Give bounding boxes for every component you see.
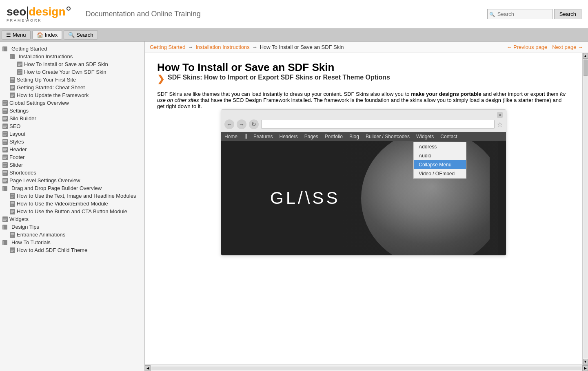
sidebar-label-how-to-use-text-image[interactable]: How to Use the Text, Image and Headline … — [17, 193, 136, 199]
sidebar-label-how-to-update-framework[interactable]: How to Update the Framework — [17, 92, 89, 98]
sidebar-item-installation-instructions[interactable]: Installation Instructions — [0, 53, 144, 60]
sidebar-label-layout[interactable]: Layout — [9, 131, 25, 137]
scroll-right-button[interactable]: ▶ — [582, 365, 588, 371]
search-input[interactable] — [487, 9, 552, 19]
sidebar: Getting StartedInstallation Instructions… — [0, 42, 145, 371]
prev-page-link[interactable]: ← Previous page — [506, 44, 547, 50]
browser-menu-features[interactable]: ▐ — [244, 134, 247, 139]
sidebar-item-drag-drop-overview[interactable]: Drag and Drop Page Builder Overview — [0, 184, 144, 192]
sidebar-label-drag-drop-overview[interactable]: Drag and Drop Page Builder Overview — [11, 185, 102, 191]
sidebar-label-installation-instructions[interactable]: Installation Instructions — [19, 53, 73, 60]
browser-star-icon[interactable]: ☆ — [497, 121, 503, 128]
sidebar-label-how-to-create-sdf-skin[interactable]: How to Create Your Own SDF Skin — [24, 69, 107, 75]
sidebar-item-how-to-use-video[interactable]: How to Use the Video/oEmbed Module — [0, 200, 144, 208]
next-page-link[interactable]: Next page → — [552, 44, 583, 50]
dropdown-audio[interactable]: Audio — [414, 151, 466, 160]
sidebar-item-shortcodes[interactable]: Shortcodes — [0, 169, 144, 177]
breadcrumb-installation[interactable]: Installation Instructions — [195, 44, 249, 50]
browser-url-bar[interactable] — [261, 120, 495, 129]
browser-menu-headers[interactable]: Headers — [279, 134, 297, 139]
sidebar-item-page-level-settings[interactable]: Page Level Settings Overview — [0, 177, 144, 184]
sidebar-item-global-settings-overview[interactable]: Global Settings Overview — [0, 99, 144, 107]
svg-rect-61 — [3, 166, 6, 167]
sidebar-label-how-to-install-sdf-skin[interactable]: How To Install or Save an SDF Skin — [24, 61, 108, 67]
search-toolbar-button[interactable]: 🔍 Search — [64, 30, 98, 40]
sidebar-label-how-to-tutorials[interactable]: How To Tutorials — [11, 239, 51, 245]
sidebar-item-layout[interactable]: Layout — [0, 130, 144, 138]
sidebar-label-global-settings-overview[interactable]: Global Settings Overview — [9, 100, 69, 106]
sidebar-item-settings[interactable]: Settings — [0, 107, 144, 115]
browser-menu-widgets[interactable]: Widgets Address Audio Collapse Menu Vide… — [416, 134, 434, 139]
dropdown-address[interactable]: Address — [414, 142, 466, 151]
svg-rect-51 — [3, 148, 7, 149]
scroll-left-button[interactable]: ◀ — [145, 365, 151, 371]
sidebar-item-how-to-update-framework[interactable]: How to Update the Framework — [0, 91, 144, 99]
sidebar-label-entrance-animations[interactable]: Entrance Animations — [17, 232, 65, 238]
browser-menu-builder[interactable]: Builder / Shortcodes — [366, 134, 410, 139]
sidebar-label-seo[interactable]: SEO — [9, 123, 20, 129]
search-button[interactable]: Search — [554, 9, 581, 19]
svg-rect-44 — [3, 134, 7, 135]
scroll-thumb[interactable] — [584, 60, 588, 76]
sidebar-label-getting-started-cheat-sheet[interactable]: Getting Started: Cheat Sheet — [17, 84, 85, 91]
sidebar-label-shortcodes[interactable]: Shortcodes — [9, 170, 36, 176]
sidebar-label-slider[interactable]: Slider — [9, 162, 23, 168]
sidebar-item-styles[interactable]: Styles — [0, 138, 144, 146]
sidebar-item-how-to-create-sdf-skin[interactable]: How to Create Your Own SDF Skin — [0, 68, 144, 76]
sidebar-item-how-to-use-text-image[interactable]: How to Use the Text, Image and Headline … — [0, 192, 144, 200]
index-button[interactable]: 🏠 Index — [32, 30, 62, 40]
sidebar-item-getting-started-cheat-sheet[interactable]: Getting Started: Cheat Sheet — [0, 84, 144, 91]
sidebar-label-header[interactable]: Header — [9, 146, 27, 152]
browser-menu-home[interactable]: Home — [224, 134, 237, 139]
breadcrumb-current: How To Install or Save an SDF Skin — [260, 44, 344, 50]
sidebar-label-setting-up-first-site[interactable]: Setting Up Your First Site — [17, 77, 76, 83]
sidebar-item-how-to-install-sdf-skin[interactable]: How To Install or Save an SDF Skin — [0, 60, 144, 68]
browser-menu-portfolio[interactable]: Portfolio — [325, 134, 343, 139]
breadcrumb-sep-2: → — [252, 44, 257, 50]
scroll-up-button[interactable]: ▲ — [583, 53, 588, 59]
sidebar-item-how-to-add-child-theme[interactable]: How to Add SDF Child Theme — [0, 246, 144, 254]
browser-menu-blog[interactable]: Blog — [349, 134, 359, 139]
browser-forward-button[interactable]: → — [237, 119, 246, 129]
sidebar-label-styles[interactable]: Styles — [9, 139, 24, 145]
browser-refresh-button[interactable]: ↻ — [249, 119, 259, 129]
sidebar-item-seo[interactable]: SEO — [0, 122, 144, 130]
sidebar-label-page-level-settings[interactable]: Page Level Settings Overview — [9, 177, 80, 183]
sidebar-label-getting-started[interactable]: Getting Started — [11, 46, 47, 52]
sidebar-label-settings[interactable]: Settings — [9, 108, 29, 114]
horizontal-scrollbar[interactable]: ◀ ▶ — [145, 364, 588, 371]
sidebar-item-setting-up-first-site[interactable]: Setting Up Your First Site — [0, 76, 144, 84]
dropdown-collapse-menu[interactable]: Collapse Menu — [414, 160, 466, 169]
browser-menu-pages[interactable]: Pages — [304, 134, 318, 139]
sidebar-item-header[interactable]: Header — [0, 146, 144, 153]
sidebar-label-footer[interactable]: Footer — [9, 154, 25, 160]
sidebar-label-silo-builder[interactable]: Silo Builder — [9, 115, 36, 121]
sidebar-label-how-to-add-child-theme[interactable]: How to Add SDF Child Theme — [17, 247, 87, 253]
svg-rect-74 — [11, 194, 14, 195]
sidebar-label-design-tips[interactable]: Design Tips — [11, 224, 39, 230]
dropdown-video[interactable]: Video / OEmbed — [414, 169, 466, 178]
sidebar-item-slider[interactable]: Slider — [0, 161, 144, 169]
sidebar-item-entrance-animations[interactable]: Entrance Animations — [0, 231, 144, 238]
page-icon-how-to-use-text-image — [10, 193, 15, 199]
sidebar-label-widgets[interactable]: Widgets — [9, 216, 29, 222]
browser-menu-features-label[interactable]: Features — [253, 134, 273, 139]
browser-menu-contact[interactable]: Contact — [440, 134, 457, 139]
vertical-scrollbar[interactable]: ▲ ▼ — [582, 53, 588, 364]
browser-close-button[interactable]: ✕ — [497, 112, 503, 118]
content-scroll[interactable]: How To Install or Save an SDF Skin ❯ SDF… — [145, 53, 582, 364]
sidebar-item-silo-builder[interactable]: Silo Builder — [0, 115, 144, 122]
sidebar-item-design-tips[interactable]: Design Tips — [0, 223, 144, 231]
sidebar-label-how-to-use-button[interactable]: How to Use the Button and CTA Button Mod… — [17, 208, 127, 214]
sidebar-label-how-to-use-video[interactable]: How to Use the Video/oEmbed Module — [17, 201, 108, 207]
breadcrumb-getting-started[interactable]: Getting Started — [150, 44, 185, 50]
sidebar-item-footer[interactable]: Footer — [0, 153, 144, 161]
scroll-down-button[interactable]: ▼ — [583, 359, 588, 364]
sidebar-item-how-to-tutorials[interactable]: How To Tutorials — [0, 238, 144, 246]
browser-back-button[interactable]: ← — [224, 119, 234, 129]
menu-button[interactable]: ☰ Menu — [2, 30, 31, 40]
sidebar-item-widgets[interactable]: Widgets — [0, 215, 144, 223]
sidebar-item-how-to-use-button[interactable]: How to Use the Button and CTA Button Mod… — [0, 208, 144, 215]
svg-rect-87 — [3, 219, 7, 220]
sidebar-item-getting-started[interactable]: Getting Started — [0, 45, 144, 53]
